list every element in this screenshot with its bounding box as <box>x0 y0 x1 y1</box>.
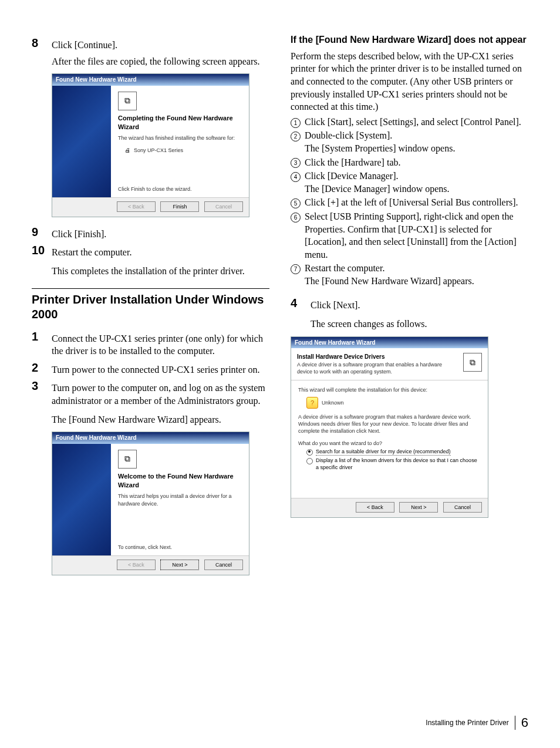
next-button[interactable]: Next > <box>160 560 199 570</box>
circled-number-icon: 6 <box>291 213 301 223</box>
step-text: Click [Finish]. <box>52 225 269 241</box>
circled-number-icon: 4 <box>291 172 301 182</box>
dialog-line: This wizard will complete the installati… <box>298 386 481 393</box>
dialog-heading: Welcome to the Found New Hardware Wizard <box>118 472 242 490</box>
dialog-title: Found New Hardware Wizard <box>52 432 249 444</box>
right-column: If the [Found New Hardware Wizard] does … <box>291 34 528 584</box>
enum-item: 2Double-click [System].The [System Prope… <box>291 129 528 154</box>
device-name: Sony UP-CX1 Series <box>134 147 183 154</box>
banner-heading: Install Hardware Device Drivers <box>297 353 450 361</box>
circled-number-icon: 1 <box>291 118 301 128</box>
step-number: 3 <box>32 379 52 392</box>
finish-button[interactable]: Finish <box>160 201 199 212</box>
step-number: 4 <box>291 296 311 309</box>
enum-item: 4Click [Device Manager].The [Device Mana… <box>291 170 528 195</box>
enum-item: 5Click [+] at the left of [Universal Ser… <box>291 196 528 209</box>
footer-divider <box>515 716 515 730</box>
printer-icon: 🖨 <box>125 147 130 154</box>
hardware-icon: ⧉ <box>463 353 482 372</box>
dialog-line: This wizard helps you install a device d… <box>118 493 242 507</box>
enum-marker: 6 <box>291 210 305 261</box>
dialog-title: Found New Hardware Wizard <box>52 74 249 86</box>
enum-marker: 7 <box>291 262 305 287</box>
step-4: 4 Click [Next]. <box>291 296 528 312</box>
enum-item: 3Click the [Hardware] tab. <box>291 156 528 169</box>
radio-dot-icon <box>306 458 313 464</box>
enum-subtext: The [Found New Hardware Wizard] appears. <box>305 275 528 288</box>
dialog-heading: Completing the Found New Hardware Wizard <box>118 114 242 132</box>
dialog-body: ⧉ Completing the Found New Hardware Wiza… <box>52 86 249 197</box>
dialog-closing: To continue, click Next. <box>118 544 242 551</box>
cancel-button[interactable]: Cancel <box>204 560 243 570</box>
wizard-dialog-completing: Found New Hardware Wizard ⧉ Completing t… <box>52 73 249 217</box>
radio-option-search[interactable]: Search for a suitable driver for my devi… <box>306 448 481 456</box>
enum-text: Click [Start], select [Settings], and se… <box>305 116 528 129</box>
unknown-label: Unknown <box>322 399 344 406</box>
page-number: 6 <box>521 714 528 732</box>
circled-number-icon: 3 <box>291 158 301 168</box>
left-column: 8 Click [Continue]. After the files are … <box>32 34 269 584</box>
dialog-footer: < Back Next > Cancel <box>291 498 488 517</box>
dialog-main: ⧉ Welcome to the Found New Hardware Wiza… <box>111 444 249 555</box>
document-page: 8 Click [Continue]. After the files are … <box>0 0 560 748</box>
enum-marker: 5 <box>291 196 305 209</box>
step-8-followup: After the files are copied, the followin… <box>52 55 269 68</box>
dialog-banner: Install Hardware Device Drivers A device… <box>291 348 488 380</box>
dialog-closing: Click Finish to close the wizard. <box>118 186 242 193</box>
enum-text: Click [Device Manager].The [Device Manag… <box>305 170 528 195</box>
hardware-icon: ⧉ <box>118 450 137 469</box>
enum-item: 6Select [USB Printing Support], right-cl… <box>291 210 528 261</box>
w2k-step-1: 1 Connect the UP-CX1 series printer (one… <box>32 330 269 358</box>
back-button[interactable]: < Back <box>117 560 156 570</box>
circled-number-icon: 7 <box>291 264 301 274</box>
enum-text: Click the [Hardware] tab. <box>305 156 528 169</box>
step-text: Turn power to the connected UP-CX1 serie… <box>52 361 269 376</box>
section-heading: Printer Driver Installation Under Window… <box>32 288 269 322</box>
step-10: 10 Restart the computer. <box>32 244 269 259</box>
back-button[interactable]: < Back <box>356 502 394 513</box>
step-10-followup: This completes the installation of the p… <box>52 265 269 278</box>
step-number: 8 <box>32 36 52 49</box>
enum-marker: 2 <box>291 129 305 154</box>
page-footer: Installing the Printer Driver 6 <box>426 714 528 732</box>
step-number: 1 <box>32 330 52 343</box>
hardware-icon: ⧉ <box>118 92 137 110</box>
cancel-button[interactable]: Cancel <box>204 201 243 212</box>
dialog-main: ⧉ Completing the Found New Hardware Wiza… <box>111 86 249 197</box>
step-number: 9 <box>32 225 52 238</box>
dialog-side-banner <box>52 444 111 555</box>
two-column-layout: 8 Click [Continue]. After the files are … <box>32 34 528 584</box>
dialog-question: What do you want the wizard to do? <box>298 440 481 447</box>
step-text: Click [Next]. <box>311 296 528 312</box>
dialog-footer: < Back Next > Cancel <box>52 555 249 575</box>
step-8: 8 Click [Continue]. <box>32 36 269 52</box>
banner-text: A device driver is a software program th… <box>297 361 450 375</box>
step-text: Restart the computer. <box>52 244 269 259</box>
dialog-title: Found New Hardware Wizard <box>291 337 488 349</box>
radio-label: Display a list of the known drivers for … <box>316 457 481 471</box>
w2k-step-3: 3 Turn power to the computer on, and log… <box>32 379 269 407</box>
dialog-body: ⧉ Welcome to the Found New Hardware Wiza… <box>52 444 249 555</box>
dialog-footer: < Back Finish Cancel <box>52 197 249 217</box>
step-9: 9 Click [Finish]. <box>32 225 269 241</box>
enum-text: Restart the computer.The [Found New Hard… <box>305 262 528 287</box>
dialog-desc: A device driver is a software program th… <box>298 413 481 434</box>
enumerated-list: 1Click [Start], select [Settings], and s… <box>291 116 528 288</box>
cancel-button[interactable]: Cancel <box>443 502 482 513</box>
enum-text: Double-click [System].The [System Proper… <box>305 129 528 154</box>
w2k-step-2: 2 Turn power to the connected UP-CX1 ser… <box>32 361 269 376</box>
back-button[interactable]: < Back <box>117 201 156 212</box>
next-button[interactable]: Next > <box>399 502 438 513</box>
step-text: Click [Continue]. <box>52 36 269 52</box>
dialog-line: The wizard has finished installing the s… <box>118 134 242 141</box>
step-number: 10 <box>32 244 52 257</box>
enum-subtext: The [Device Manager] window opens. <box>305 183 528 196</box>
unknown-device-row: ? Unknown <box>306 397 481 409</box>
radio-option-list[interactable]: Display a list of the known drivers for … <box>306 457 481 471</box>
enum-marker: 3 <box>291 156 305 169</box>
radio-label: Search for a suitable driver for my devi… <box>316 448 451 456</box>
step-4-followup: The screen changes as follows. <box>311 318 528 331</box>
circled-number-icon: 2 <box>291 132 301 141</box>
intro-paragraph: Perform the steps described below, with … <box>291 50 528 113</box>
question-icon: ? <box>306 397 318 409</box>
